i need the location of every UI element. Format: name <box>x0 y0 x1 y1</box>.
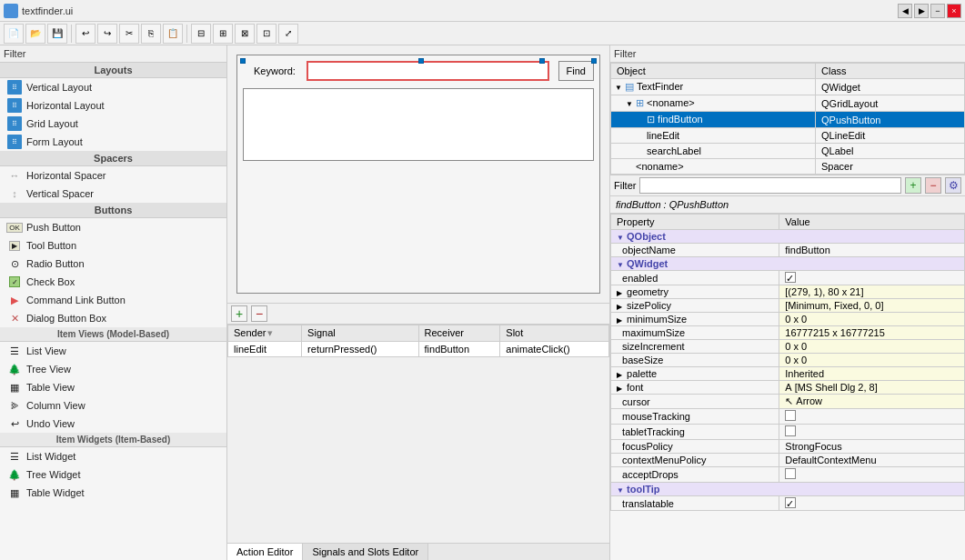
acceptdrops-checkbox[interactable] <box>785 468 796 479</box>
sidebar-item-check-box[interactable]: ✓ Check Box <box>0 273 226 291</box>
sidebar-item-vertical-layout[interactable]: ⠿ Vertical Layout <box>0 78 226 96</box>
tree-row-noname1[interactable]: ⊞ <noname> QGridLayout <box>611 95 965 112</box>
prop-row-contextmenupolicy[interactable]: contextMenuPolicy DefaultContextMenu <box>611 454 965 467</box>
sidebar-item-vertical-spacer[interactable]: ↕ Vertical Spacer <box>0 185 226 203</box>
prop-name: acceptDrops <box>611 467 779 483</box>
add-property-btn[interactable]: + <box>905 177 921 194</box>
prop-row-acceptdrops[interactable]: acceptDrops <box>611 467 965 483</box>
tree-row-noname2[interactable]: <noname> Spacer <box>611 159 965 175</box>
sidebar-item-table-view[interactable]: ▦ Table View <box>0 378 226 396</box>
prop-value[interactable]: 0 x 0 <box>779 340 965 354</box>
prop-row-mousetracking[interactable]: mouseTracking <box>611 409 965 425</box>
prop-row-objectname[interactable]: objectName findButton <box>611 244 965 257</box>
prop-value[interactable]: ✓ <box>779 271 965 285</box>
keyword-input[interactable] <box>307 61 549 81</box>
undo-btn[interactable]: ↩ <box>75 24 95 44</box>
find-button[interactable]: Find <box>558 61 594 81</box>
table-row[interactable]: lineEdit returnPressed() findButton anim… <box>228 341 609 356</box>
sidebar-item-undo-view[interactable]: ↩ Undo View <box>0 415 226 433</box>
prop-value[interactable] <box>779 409 965 425</box>
prop-value[interactable] <box>779 467 965 483</box>
tab-action-editor[interactable]: Action Editor <box>227 544 303 560</box>
prop-value[interactable]: findButton <box>779 244 965 257</box>
prop-row-font[interactable]: font A[MS Shell Dlg 2, 8] <box>611 381 965 395</box>
text-area[interactable] <box>243 88 594 161</box>
sidebar-item-list-widget[interactable]: ☰ List Widget <box>0 447 226 465</box>
sidebar-item-horizontal-spacer[interactable]: ↔ Horizontal Spacer <box>0 166 226 185</box>
prop-name: geometry <box>611 285 779 299</box>
dialog-button-box-icon: ✕ <box>7 311 22 325</box>
prop-row-basesize[interactable]: baseSize 0 x 0 <box>611 354 965 367</box>
prop-value[interactable]: [Minimum, Fixed, 0, 0] <box>779 299 965 313</box>
layout-g-btn[interactable]: ⊠ <box>235 24 255 44</box>
sidebar-item-tool-button[interactable]: ▶ Tool Button <box>0 236 226 255</box>
sidebar-item-tree-widget[interactable]: 🌲 Tree Widget <box>0 465 226 484</box>
next-btn[interactable]: ▶ <box>914 4 929 18</box>
prop-row-tablettracking[interactable]: tabletTracking <box>611 425 965 440</box>
copy-btn[interactable]: ⎘ <box>141 24 161 44</box>
open-btn[interactable]: 📂 <box>25 24 45 44</box>
adjust-size-btn[interactable]: ⤢ <box>278 24 298 44</box>
remove-property-btn[interactable]: − <box>925 177 941 194</box>
more-btn[interactable]: ⚙ <box>945 177 961 194</box>
prev-btn[interactable]: ◀ <box>898 4 912 18</box>
props-filter-input[interactable] <box>639 177 901 194</box>
prop-row-geometry[interactable]: geometry [(279, 1), 80 x 21] <box>611 285 965 299</box>
close-btn[interactable]: × <box>947 4 961 18</box>
prop-value[interactable]: DefaultContextMenu <box>779 454 965 467</box>
sidebar-item-column-view[interactable]: ⫸ Column View <box>0 396 226 415</box>
prop-value[interactable]: ↖Arrow <box>779 395 965 409</box>
prop-value[interactable]: 0 x 0 <box>779 354 965 367</box>
sidebar-item-command-link[interactable]: ▶ Command Link Button <box>0 291 226 309</box>
prop-row-maxsize[interactable]: maximumSize 16777215 x 16777215 <box>611 326 965 340</box>
props-table: Property Value QObject objectName findBu… <box>610 214 965 560</box>
new-btn[interactable]: 📄 <box>4 24 24 44</box>
sidebar-item-grid-layout[interactable]: ⠿ Grid Layout <box>0 115 226 133</box>
add-connection-btn[interactable]: + <box>231 305 247 322</box>
sidebar-item-push-button[interactable]: OK Push Button <box>0 218 226 236</box>
form-editor[interactable]: Keyword: Find <box>227 45 609 304</box>
sidebar-item-horizontal-layout[interactable]: ⠿ Horizontal Layout <box>0 96 226 115</box>
prop-value[interactable]: 0 x 0 <box>779 313 965 326</box>
sidebar-item-radio-button[interactable]: ⊙ Radio Button <box>0 255 226 273</box>
layout-h-btn[interactable]: ⊟ <box>191 24 211 44</box>
prop-row-sizepolicy[interactable]: sizePolicy [Minimum, Fixed, 0, 0] <box>611 299 965 313</box>
min-btn[interactable]: − <box>930 4 945 18</box>
sidebar-item-table-widget[interactable]: ▦ Table Widget <box>0 484 226 502</box>
prop-row-minsize[interactable]: minimumSize 0 x 0 <box>611 313 965 326</box>
tab-signals-slots[interactable]: Signals and Slots Editor <box>303 544 428 560</box>
layout-v-btn[interactable]: ⊞ <box>213 24 233 44</box>
tree-row-searchlabel[interactable]: searchLabel QLabel <box>611 144 965 159</box>
prop-row-sizeincrement[interactable]: sizeIncrement 0 x 0 <box>611 340 965 354</box>
sidebar-item-list-view[interactable]: ☰ List View <box>0 342 226 360</box>
remove-connection-btn[interactable]: − <box>251 305 267 322</box>
prop-row-enabled[interactable]: enabled ✓ <box>611 271 965 285</box>
prop-row-palette[interactable]: palette Inherited <box>611 367 965 381</box>
paste-btn[interactable]: 📋 <box>163 24 183 44</box>
enabled-checkbox[interactable]: ✓ <box>785 272 796 283</box>
tree-row-textfinder[interactable]: ▤ TextFinder QWidget <box>611 79 965 95</box>
redo-btn[interactable]: ↪ <box>97 24 117 44</box>
prop-row-cursor[interactable]: cursor ↖Arrow <box>611 395 965 409</box>
sidebar-item-tree-view[interactable]: 🌲 Tree View <box>0 360 226 378</box>
prop-value[interactable]: Inherited <box>779 367 965 381</box>
findbutton-header: findButton : QPushButton <box>610 196 965 214</box>
prop-value[interactable]: A[MS Shell Dlg 2, 8] <box>779 381 965 395</box>
prop-value[interactable]: ✓ <box>779 496 965 511</box>
prop-value[interactable]: StrongFocus <box>779 440 965 454</box>
sidebar-item-form-layout[interactable]: ⠿ Form Layout <box>0 133 226 151</box>
break-layout-btn[interactable]: ⊡ <box>256 24 276 44</box>
translatable-checkbox[interactable]: ✓ <box>785 497 796 508</box>
prop-row-focuspolicy[interactable]: focusPolicy StrongFocus <box>611 440 965 454</box>
sidebar-item-dialog-button-box[interactable]: ✕ Dialog Button Box <box>0 309 226 327</box>
save-btn[interactable]: 💾 <box>47 24 67 44</box>
prop-row-translatable[interactable]: translatable ✓ <box>611 496 965 511</box>
prop-value[interactable]: 16777215 x 16777215 <box>779 326 965 340</box>
mousetracking-checkbox[interactable] <box>785 410 796 421</box>
prop-value[interactable]: [(279, 1), 80 x 21] <box>779 285 965 299</box>
cut-btn[interactable]: ✂ <box>119 24 139 44</box>
tree-row-lineedit[interactable]: lineEdit QLineEdit <box>611 128 965 144</box>
prop-value[interactable] <box>779 425 965 440</box>
tree-row-findbutton[interactable]: ⊡ findButton QPushButton <box>611 112 965 128</box>
tablettracking-checkbox[interactable] <box>785 425 796 436</box>
